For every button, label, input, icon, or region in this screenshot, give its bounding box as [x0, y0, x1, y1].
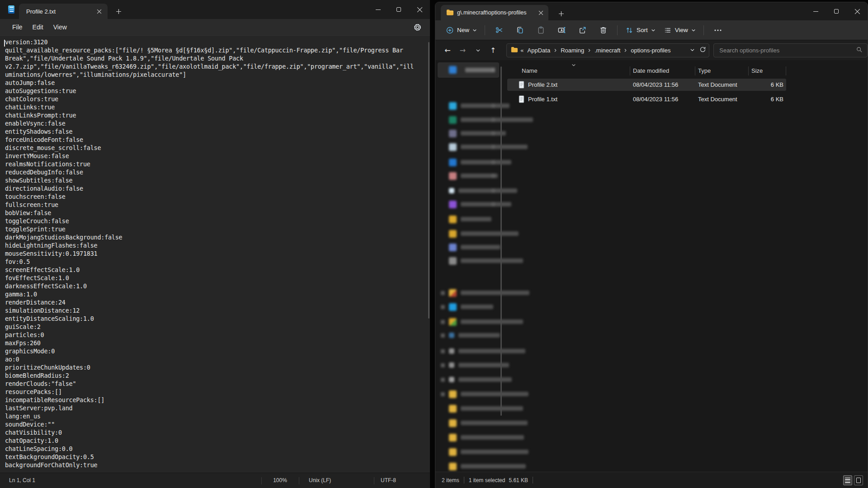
- file-type: Text Document: [698, 81, 737, 88]
- menu-view[interactable]: View: [48, 22, 72, 33]
- notepad-editor[interactable]: version:3120 quilt_available_resource_pa…: [0, 35, 430, 473]
- close-button[interactable]: [409, 0, 430, 19]
- notepad-tab[interactable]: Profile 2.txt: [19, 4, 108, 19]
- item-count: 2 items: [442, 477, 459, 483]
- maximize-button[interactable]: [388, 0, 409, 19]
- column-divider[interactable]: [786, 66, 786, 75]
- sidebar-item-blurred[interactable]: [435, 329, 500, 341]
- column-size[interactable]: Size: [751, 67, 763, 74]
- share-button[interactable]: [572, 23, 593, 38]
- address-bar[interactable]: « AppData Roaming .minecraft options-pro…: [506, 43, 710, 57]
- sidebar-item-selected[interactable]: [438, 62, 499, 78]
- details-view-button[interactable]: [843, 475, 852, 485]
- recent-locations-chevron[interactable]: [470, 43, 486, 57]
- new-button[interactable]: New: [442, 23, 481, 37]
- file-row[interactable]: Profile 2.txt08/04/2023 11:56Text Docume…: [507, 79, 786, 91]
- chevron-icon[interactable]: [491, 103, 495, 108]
- column-type[interactable]: Type: [698, 67, 711, 74]
- breadcrumb-roaming[interactable]: Roaming: [558, 46, 587, 55]
- chevron-icon[interactable]: [491, 160, 495, 164]
- new-button-label: New: [457, 27, 469, 33]
- sidebar-item-blurred[interactable]: [435, 198, 511, 210]
- minimize-button[interactable]: [368, 0, 388, 19]
- column-divider[interactable]: [630, 66, 630, 75]
- column-divider[interactable]: [695, 66, 695, 75]
- sidebar-selected-icon: [449, 66, 457, 74]
- chevron-icon[interactable]: [491, 145, 495, 149]
- large-icons-view-button[interactable]: [854, 475, 863, 485]
- sidebar-item-blurred[interactable]: [435, 170, 498, 182]
- tab-close-icon[interactable]: [536, 8, 546, 18]
- expand-chevron-icon[interactable]: [441, 363, 445, 367]
- more-options-button[interactable]: [708, 23, 728, 38]
- notepad-titlebar: Profile 2.txt: [0, 0, 430, 19]
- editor-vertical-scrollbar[interactable]: [428, 42, 429, 319]
- sidebar-item-icon: [449, 303, 457, 311]
- sidebar-item-blurred[interactable]: [435, 213, 491, 225]
- selection-size: 5.61 KB: [509, 477, 528, 483]
- breadcrumb-appdata[interactable]: AppData: [525, 46, 553, 55]
- sidebar-item-blurred[interactable]: [435, 301, 493, 313]
- new-tab-button[interactable]: [555, 7, 567, 20]
- menu-edit[interactable]: Edit: [28, 22, 48, 33]
- file-row[interactable]: Profile 1.txt08/04/2023 11:56Text Docume…: [507, 93, 786, 105]
- view-button[interactable]: View: [660, 23, 700, 37]
- column-divider[interactable]: [748, 66, 749, 75]
- new-tab-button[interactable]: [112, 5, 125, 18]
- minimize-button[interactable]: [805, 2, 826, 20]
- up-button[interactable]: ↑: [486, 43, 501, 57]
- address-dropdown-chevron[interactable]: [690, 47, 695, 54]
- sidebar-item-blurred[interactable]: [435, 127, 506, 139]
- column-headers: Name Date modified Type Size: [505, 65, 868, 77]
- explorer-tab[interactable]: g\.minecraft\options-profiles: [441, 5, 548, 20]
- copy-button[interactable]: [509, 23, 530, 38]
- rename-button[interactable]: [551, 23, 572, 38]
- search-input[interactable]: [718, 47, 856, 54]
- close-button[interactable]: [847, 2, 868, 20]
- menu-file[interactable]: File: [7, 22, 28, 33]
- tab-close-icon[interactable]: [94, 6, 104, 16]
- sidebar-item-blurred[interactable]: [435, 241, 500, 253]
- encoding[interactable]: UTF-8: [381, 477, 396, 483]
- view-toggles: [843, 475, 863, 485]
- sort-direction-icon[interactable]: [571, 62, 576, 69]
- zoom-level[interactable]: 100%: [261, 477, 299, 483]
- sidebar-item-blurred[interactable]: [435, 156, 511, 168]
- sort-button[interactable]: Sort: [621, 23, 660, 37]
- expand-chevron-icon[interactable]: [441, 320, 445, 324]
- chevron-icon[interactable]: [491, 174, 495, 178]
- expand-chevron-icon[interactable]: [441, 291, 445, 295]
- maximize-button[interactable]: [826, 2, 847, 20]
- expand-chevron-icon[interactable]: [441, 378, 445, 382]
- breadcrumb-options-profiles[interactable]: options-profiles: [628, 46, 673, 55]
- settings-gear-icon[interactable]: [413, 23, 422, 32]
- column-name[interactable]: Name: [522, 67, 538, 74]
- chevron-icon[interactable]: [491, 131, 495, 136]
- expand-chevron-icon[interactable]: [441, 392, 445, 396]
- chevron-right-icon[interactable]: [553, 48, 557, 52]
- forward-button[interactable]: →: [455, 43, 471, 57]
- sidebar-scrollbar[interactable]: [500, 66, 502, 416]
- chevron-right-icon[interactable]: [587, 48, 591, 52]
- paste-button: [530, 23, 551, 38]
- status-divider: [374, 477, 374, 484]
- sidebar-item-blurred[interactable]: [435, 359, 509, 371]
- back-button[interactable]: ←: [440, 43, 455, 57]
- chevron-icon[interactable]: [491, 117, 495, 122]
- cut-button[interactable]: [489, 23, 509, 38]
- chevron-right-icon[interactable]: [623, 48, 627, 52]
- chevron-icon[interactable]: [491, 202, 495, 206]
- expand-chevron-icon[interactable]: [441, 349, 445, 353]
- expand-chevron-icon[interactable]: [441, 333, 445, 338]
- refresh-icon[interactable]: [699, 46, 706, 54]
- toolbar-divider: [617, 25, 618, 35]
- chevron-icon[interactable]: [491, 188, 495, 193]
- line-ending[interactable]: Unix (LF): [309, 477, 331, 483]
- delete-button[interactable]: [593, 23, 613, 38]
- sidebar-item-blurred[interactable]: [435, 100, 509, 112]
- breadcrumb-overflow[interactable]: «: [520, 47, 524, 54]
- breadcrumb-minecraft[interactable]: .minecraft: [592, 46, 623, 55]
- expand-chevron-icon[interactable]: [441, 305, 445, 309]
- column-date-modified[interactable]: Date modified: [633, 67, 669, 74]
- search-box[interactable]: [713, 43, 868, 57]
